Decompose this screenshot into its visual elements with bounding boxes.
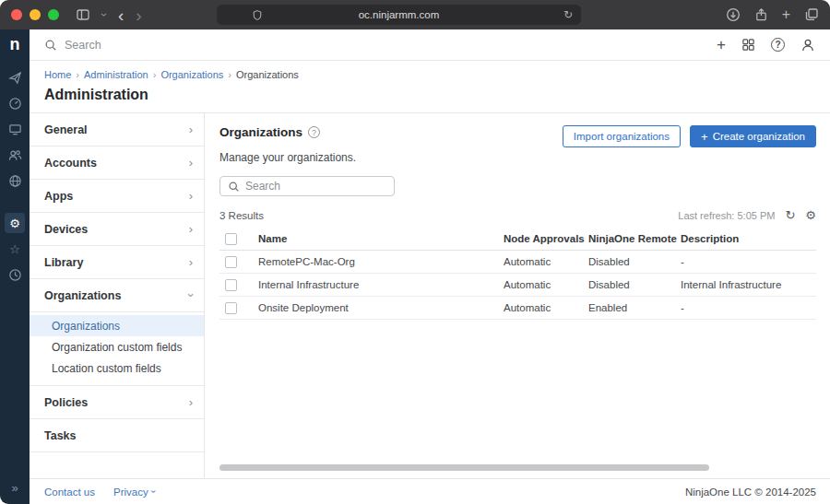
sidebar-item-apps[interactable]: Apps › bbox=[30, 180, 204, 213]
sidebar-item-label: Organizations bbox=[44, 289, 121, 302]
table-search-box bbox=[219, 176, 395, 196]
window-controls bbox=[11, 9, 59, 20]
refresh-icon[interactable]: ↻ bbox=[785, 208, 795, 222]
sidebar-chevron-down-icon[interactable]: › bbox=[98, 13, 111, 17]
close-window-button[interactable] bbox=[11, 9, 22, 20]
column-header-ninjaone-remote[interactable]: NinjaOne Remote bbox=[588, 233, 681, 244]
sidebar-item-label: Accounts bbox=[44, 157, 97, 170]
column-header-name[interactable]: Name bbox=[258, 233, 504, 244]
administration-settings-icon[interactable]: ⚙ bbox=[5, 213, 25, 233]
minimize-window-button[interactable] bbox=[30, 9, 41, 20]
favorites-star-icon[interactable]: ☆ bbox=[5, 239, 25, 259]
help-icon[interactable]: ? bbox=[771, 38, 785, 52]
back-button[interactable]: ‹ bbox=[118, 6, 124, 24]
breadcrumb: Home › Administration › Organizations › … bbox=[44, 69, 815, 80]
help-tooltip-icon[interactable]: ? bbox=[308, 126, 320, 138]
sidebar-item-label: Library bbox=[44, 256, 83, 269]
sidebar-subitem-organizations[interactable]: Organizations bbox=[30, 315, 204, 336]
chevron-right-icon: › bbox=[189, 156, 193, 170]
browser-titlebar: › ‹ › oc.ninjarmm.com ↻ bbox=[0, 0, 830, 29]
privacy-link[interactable]: Privacy › bbox=[113, 486, 155, 498]
privacy-shield-icon[interactable] bbox=[252, 9, 263, 21]
breadcrumb-home[interactable]: Home bbox=[44, 69, 71, 80]
row-checkbox[interactable] bbox=[225, 302, 237, 314]
breadcrumb-separator-icon: › bbox=[153, 69, 157, 80]
row-checkbox[interactable] bbox=[225, 256, 237, 268]
sidebar-item-organizations[interactable]: Organizations › bbox=[30, 279, 204, 312]
ninjaone-remote-cell: Disabled bbox=[588, 279, 681, 290]
import-organizations-button[interactable]: Import organizations bbox=[563, 125, 681, 147]
chevron-down-icon: › bbox=[184, 293, 197, 297]
app-footer: Contact us Privacy › NinjaOne LLC © 2014… bbox=[30, 478, 830, 504]
new-tab-icon[interactable]: + bbox=[782, 6, 790, 23]
node-approvals-cell: Automatic bbox=[504, 302, 588, 313]
reload-icon[interactable]: ↻ bbox=[563, 8, 573, 21]
breadcrumb-separator-icon: › bbox=[228, 69, 231, 80]
org-name-cell[interactable]: Internal Infrastructure bbox=[258, 279, 504, 290]
table-search-input[interactable] bbox=[245, 180, 386, 193]
select-all-checkbox[interactable] bbox=[225, 233, 237, 245]
column-header-description[interactable]: Description bbox=[681, 233, 816, 244]
web-apps-icon[interactable] bbox=[5, 170, 25, 191]
apps-grid-icon[interactable] bbox=[741, 38, 755, 52]
sidebar-item-label: Devices bbox=[44, 223, 88, 236]
contact-us-link[interactable]: Contact us bbox=[44, 486, 95, 498]
breadcrumb-organizations[interactable]: Organizations bbox=[160, 69, 223, 80]
tab-overview-icon[interactable] bbox=[804, 7, 819, 22]
sidebar-item-general[interactable]: General › bbox=[30, 113, 204, 147]
column-header-node-approvals[interactable]: Node Approvals bbox=[504, 233, 588, 244]
add-icon[interactable]: + bbox=[717, 36, 726, 54]
table-row[interactable]: RemotePC-Mac-Org Automatic Disabled - bbox=[219, 251, 816, 274]
description-cell: - bbox=[681, 256, 816, 267]
panel-subtitle: Manage your organizations. bbox=[219, 151, 816, 164]
sidebar-item-label: Policies bbox=[44, 396, 88, 409]
titlebar-actions: + bbox=[726, 6, 819, 23]
sidebar-subitem-organization-custom-fields[interactable]: Organization custom fields bbox=[30, 336, 204, 357]
sidebar-item-policies[interactable]: Policies › bbox=[30, 386, 204, 419]
page-title: Administration bbox=[44, 87, 815, 103]
chevron-right-icon: › bbox=[189, 123, 193, 136]
global-search-input[interactable] bbox=[65, 39, 267, 52]
search-icon bbox=[44, 39, 57, 52]
node-approvals-cell: Automatic bbox=[504, 256, 588, 267]
create-organization-label: Create organization bbox=[713, 131, 805, 142]
expand-rail-icon[interactable]: » bbox=[11, 481, 18, 504]
last-refresh-label: Last refresh: 5:05 PM bbox=[678, 210, 775, 221]
forward-button[interactable]: › bbox=[136, 6, 141, 24]
zoom-window-button[interactable] bbox=[48, 9, 59, 20]
sidebar-item-label: General bbox=[44, 123, 88, 136]
panel-title: Organizations bbox=[219, 125, 302, 139]
user-account-icon[interactable] bbox=[800, 38, 815, 53]
horizontal-scrollbar-thumb[interactable] bbox=[219, 464, 709, 471]
org-name-cell[interactable]: RemotePC-Mac-Org bbox=[258, 256, 504, 267]
sidebar-item-tasks[interactable]: Tasks bbox=[30, 419, 204, 452]
getting-started-icon[interactable] bbox=[5, 67, 25, 88]
sidebar-item-accounts[interactable]: Accounts › bbox=[30, 147, 204, 180]
end-users-icon[interactable] bbox=[5, 145, 25, 165]
org-name-cell[interactable]: Onsite Deployment bbox=[258, 302, 504, 313]
recent-history-icon[interactable] bbox=[5, 264, 25, 285]
horizontal-scrollbar bbox=[219, 464, 816, 471]
address-bar[interactable]: oc.ninjarmm.com ↻ bbox=[217, 5, 581, 25]
downloads-icon[interactable] bbox=[726, 7, 741, 22]
sidebar-subitem-location-custom-fields[interactable]: Location custom fields bbox=[30, 357, 204, 379]
app-icon-rail: n bbox=[0, 29, 30, 504]
create-organization-button[interactable]: + Create organization bbox=[690, 125, 816, 147]
devices-icon[interactable] bbox=[5, 119, 25, 139]
sidebar-toggle-icon[interactable] bbox=[76, 7, 90, 22]
privacy-label: Privacy bbox=[113, 486, 148, 498]
share-icon[interactable] bbox=[754, 7, 768, 22]
sidebar-item-devices[interactable]: Devices › bbox=[30, 213, 204, 246]
ninjaone-logo[interactable]: n bbox=[0, 29, 30, 60]
chevron-right-icon: › bbox=[189, 255, 193, 269]
description-cell: Internal Infrastructure bbox=[681, 279, 816, 290]
row-checkbox[interactable] bbox=[225, 279, 237, 291]
breadcrumb-separator-icon: › bbox=[76, 69, 79, 80]
table-row[interactable]: Onsite Deployment Automatic Enabled - bbox=[219, 297, 816, 320]
breadcrumb-administration[interactable]: Administration bbox=[84, 69, 148, 80]
url-text: oc.ninjarmm.com bbox=[359, 9, 440, 20]
dashboard-icon[interactable] bbox=[5, 93, 25, 113]
table-settings-gear-icon[interactable]: ⚙ bbox=[805, 208, 816, 222]
sidebar-item-library[interactable]: Library › bbox=[30, 246, 204, 279]
table-row[interactable]: Internal Infrastructure Automatic Disabl… bbox=[219, 274, 816, 297]
